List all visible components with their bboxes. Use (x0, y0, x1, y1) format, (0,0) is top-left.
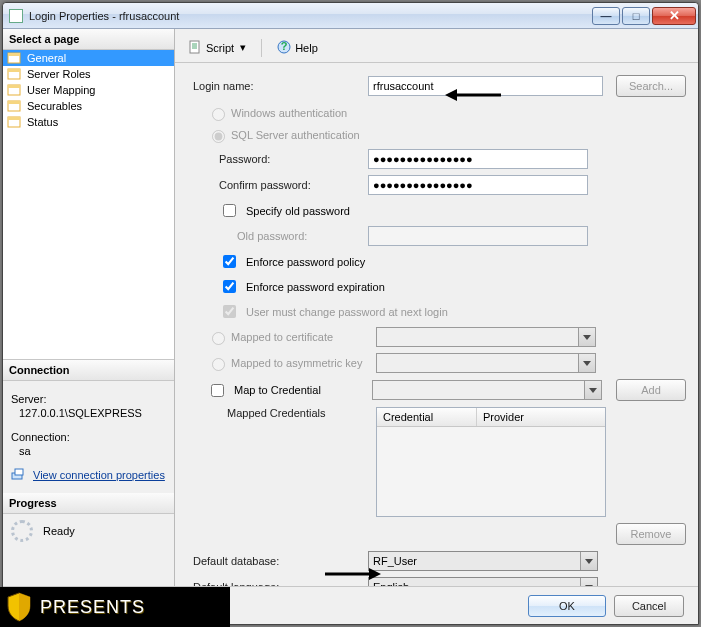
enforce-expiration-label: Enforce password expiration (246, 281, 385, 293)
page-label: Securables (27, 100, 82, 112)
default-language-value: English (373, 581, 409, 586)
app-icon (9, 9, 23, 23)
window-title: Login Properties - rfrusaccount (29, 10, 592, 22)
enforce-policy-checkbox[interactable] (223, 255, 236, 268)
presents-banner: PRESENTS (0, 587, 230, 627)
titlebar[interactable]: Login Properties - rfrusaccount — □ ✕ (3, 3, 698, 29)
svg-rect-11 (15, 469, 23, 475)
default-database-combo[interactable]: RF_User (368, 551, 598, 571)
default-lang-label: Default language: (193, 581, 368, 586)
must-change-checkbox (223, 305, 236, 318)
ok-button[interactable]: OK (528, 595, 606, 617)
progress-value: Ready (43, 525, 75, 537)
confirm-password-input[interactable] (368, 175, 588, 195)
server-label: Server: (11, 393, 166, 405)
maximize-button[interactable]: □ (622, 7, 650, 25)
connection-header: Connection (3, 360, 174, 381)
password-input[interactable] (368, 149, 588, 169)
chevron-down-icon[interactable] (580, 578, 597, 586)
login-name-label: Login name: (193, 80, 368, 92)
map-credential-label: Map to Credential (234, 384, 321, 396)
enforce-expiration-checkbox[interactable] (223, 280, 236, 293)
script-label: Script (206, 42, 234, 54)
svg-text:?: ? (281, 40, 288, 52)
page-icon (7, 51, 23, 65)
connection-icon (11, 467, 27, 483)
default-database-value: RF_User (373, 555, 417, 567)
progress-panel: Ready (3, 514, 174, 548)
old-password-input (368, 226, 588, 246)
minimize-button[interactable]: — (592, 7, 620, 25)
page-label: Server Roles (27, 68, 91, 80)
help-button[interactable]: ? Help (272, 37, 323, 59)
asym-key-combo (376, 353, 596, 373)
col-credential: Credential (377, 408, 477, 426)
map-cert-label: Mapped to certificate (231, 331, 376, 343)
page-status[interactable]: Status (3, 114, 174, 130)
page-list: General Server Roles User Mapping Secura… (3, 50, 174, 360)
progress-header: Progress (3, 493, 174, 514)
presents-text: PRESENTS (40, 597, 145, 618)
script-button[interactable]: Script ▾ (183, 37, 251, 59)
server-value: 127.0.0.1\SQLEXPRESS (11, 405, 166, 425)
page-user-mapping[interactable]: User Mapping (3, 82, 174, 98)
map-asym-radio (212, 358, 225, 371)
form-area: Login name: Search... Windows authentica… (175, 63, 698, 586)
cancel-button[interactable]: Cancel (614, 595, 684, 617)
svg-rect-12 (190, 41, 199, 53)
view-connection-link[interactable]: View connection properties (33, 469, 165, 481)
connection-panel: Server: 127.0.0.1\SQLEXPRESS Connection:… (3, 381, 174, 493)
chevron-down-icon (578, 354, 595, 372)
chevron-down-icon (578, 328, 595, 346)
certificate-combo (376, 327, 596, 347)
dialog-window: Login Properties - rfrusaccount — □ ✕ Se… (2, 2, 699, 625)
enforce-policy-label: Enforce password policy (246, 256, 365, 268)
page-icon (7, 67, 23, 81)
svg-rect-7 (8, 101, 20, 104)
page-server-roles[interactable]: Server Roles (3, 66, 174, 82)
page-general[interactable]: General (3, 50, 174, 66)
page-securables[interactable]: Securables (3, 98, 174, 114)
must-change-label: User must change password at next login (246, 306, 448, 318)
connection-value: sa (11, 443, 166, 463)
page-label: Status (27, 116, 58, 128)
right-column: Script ▾ ? Help Login name: Search... (175, 29, 698, 586)
remove-button: Remove (616, 523, 686, 545)
svg-rect-3 (8, 69, 20, 72)
help-label: Help (295, 42, 318, 54)
chevron-down-icon[interactable] (580, 552, 597, 570)
sql-auth-label: SQL Server authentication (231, 129, 360, 141)
progress-spinner-icon (11, 520, 33, 542)
dropdown-icon: ▾ (240, 41, 246, 54)
page-label: User Mapping (27, 84, 95, 96)
toolbar-separator (261, 39, 262, 57)
credentials-header: Credential Provider (377, 408, 605, 427)
windows-auth-label: Windows authentication (231, 107, 347, 119)
page-icon (7, 83, 23, 97)
login-name-input[interactable] (368, 76, 603, 96)
shield-icon (6, 592, 32, 622)
chevron-down-icon (584, 381, 601, 399)
search-button: Search... (616, 75, 686, 97)
page-icon (7, 115, 23, 129)
specify-old-password-checkbox[interactable] (223, 204, 236, 217)
old-password-label: Old password: (193, 230, 368, 242)
sql-auth-radio (212, 130, 225, 143)
svg-rect-1 (8, 53, 20, 56)
map-credential-checkbox[interactable] (211, 384, 224, 397)
credentials-table[interactable]: Credential Provider (376, 407, 606, 517)
credential-combo[interactable] (372, 380, 602, 400)
close-button[interactable]: ✕ (652, 7, 696, 25)
map-asym-label: Mapped to asymmetric key (231, 357, 376, 369)
map-cert-radio (212, 332, 225, 345)
specify-old-password-label: Specify old password (246, 205, 350, 217)
window-controls: — □ ✕ (592, 7, 696, 25)
add-button: Add (616, 379, 686, 401)
mapped-credentials-label: Mapped Credentials (193, 407, 376, 419)
svg-rect-5 (8, 85, 20, 88)
toolbar: Script ▾ ? Help (175, 33, 698, 63)
confirm-password-label: Confirm password: (193, 179, 368, 191)
content: Select a page General Server Roles User … (3, 29, 698, 586)
default-language-combo[interactable]: English (368, 577, 598, 586)
script-icon (188, 40, 202, 56)
